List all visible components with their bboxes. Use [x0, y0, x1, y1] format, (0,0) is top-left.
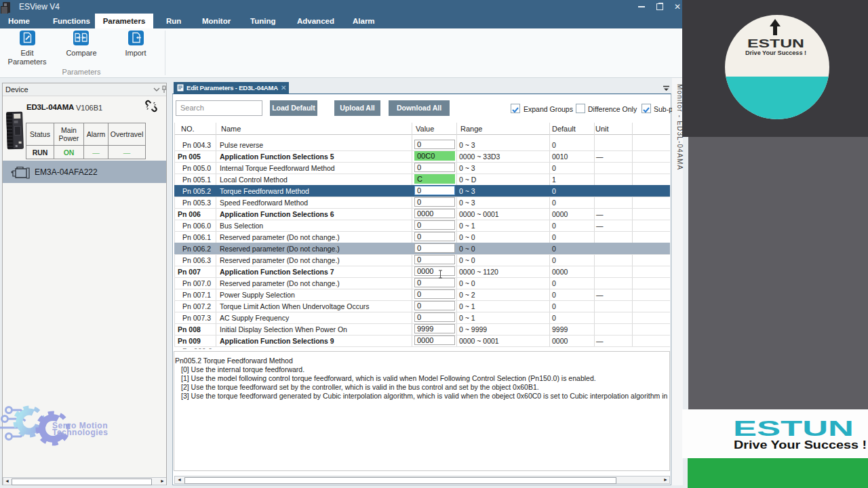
svg-text:Drive Your Success !: Drive Your Success !: [734, 439, 867, 451]
svg-text:ESTUN: ESTUN: [747, 37, 804, 50]
svg-text:Drive Your Success !: Drive Your Success !: [745, 49, 806, 56]
svg-text:Technologies: Technologies: [52, 428, 108, 437]
svg-text:ESTUN: ESTUN: [733, 417, 854, 441]
